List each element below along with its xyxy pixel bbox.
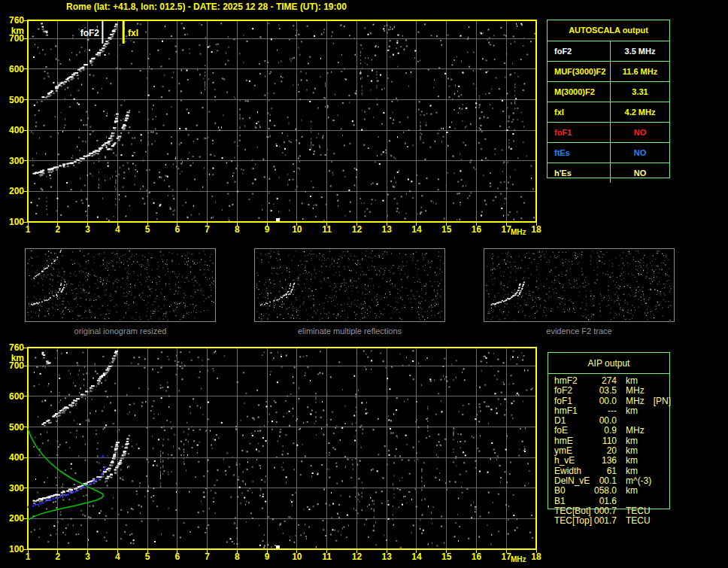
thumbnail-caption-1: original ionogram resized [25, 327, 216, 336]
x-tick-label: 18 [528, 225, 544, 234]
aip-row: hmF2274km [548, 376, 698, 386]
x-tick-label: 12 [348, 225, 365, 234]
x-tick-label: 8 [229, 225, 245, 234]
aip-unit: km [626, 466, 638, 476]
autoscala-row-label: ftEs [548, 143, 611, 163]
aip-label: foF1 [548, 396, 593, 406]
autoscala-row-label: foF1 [548, 123, 611, 142]
autoscala-table-header: AUTOSCALA output [548, 20, 669, 41]
y-tick-label: 600 [1, 65, 24, 74]
aip-unit: km [626, 486, 638, 496]
autoscala-row: ftEsNO [548, 143, 669, 163]
aip-value: 00.0 [593, 396, 617, 406]
aip-unit: km [626, 436, 638, 446]
x-tick-label: 16 [468, 552, 484, 561]
aip-label: TEC[Bot] [548, 506, 593, 516]
aip-unit: km [626, 446, 638, 456]
aip-table-header: AIP output [548, 353, 669, 374]
aip-extra: [PN] [654, 396, 671, 406]
aip-label: D1 [548, 416, 593, 426]
aip-value: 274 [593, 376, 617, 386]
ionogram-trace [33, 114, 119, 176]
aip-value: 20 [593, 446, 617, 456]
y-tick-label: 600 [1, 392, 24, 401]
aip-unit: km [626, 376, 638, 386]
aip-row: foF100.0MHz[PN] [548, 396, 698, 406]
y-tick-label: 500 [1, 423, 24, 432]
autoscala-row-label: M(3000)F2 [548, 82, 611, 102]
aip-unit: m^(-3) [626, 476, 651, 486]
aip-row: foE0.9MHz [548, 426, 698, 436]
x-tick-label: 16 [468, 225, 484, 234]
x-axis-unit: MHz [511, 228, 526, 237]
autoscala-row-label: fxI [548, 102, 611, 122]
x-tick-label: 4 [109, 225, 126, 234]
ionogram-trace [107, 111, 130, 150]
y-tick-label: 400 [1, 126, 24, 135]
autoscala-row: MUF(3000)F211.6 MHz [548, 62, 669, 82]
aip-value: 0.9 [593, 426, 617, 436]
aip-unit: km [626, 406, 638, 416]
x-tick-label: 14 [408, 225, 425, 234]
aip-row: h_vE136km [548, 456, 698, 466]
autoscala-row-value: 3.5 MHz [611, 41, 669, 61]
autoscala-row: fxI4.2 MHz [548, 102, 669, 123]
x-axis-unit: MHz [511, 555, 526, 564]
x-tick-label: 12 [348, 552, 365, 561]
aip-unit: MHz [626, 396, 645, 406]
aip-value: 01.6 [593, 497, 617, 506]
y-tick-label: 100 [1, 217, 24, 226]
y-tick-label: 300 [1, 156, 24, 166]
aip-value: 03.5 [593, 386, 617, 396]
aip-label: foF2 [548, 386, 593, 396]
x-tick-label: 14 [408, 552, 425, 561]
plot-frame [23, 20, 536, 226]
autoscala-row-label: MUF(3000)F2 [548, 62, 611, 81]
y-tick-label: 200 [1, 187, 24, 196]
autoscala-row-label: foF2 [548, 41, 611, 61]
x-tick-label: 9 [259, 552, 275, 561]
autoscala-row-value: 11.6 MHz [611, 62, 669, 81]
thumbnail-ionogram [26, 249, 216, 322]
aip-value: 136 [593, 456, 617, 466]
aip-unit: km [626, 456, 638, 466]
x-tick-label: 13 [378, 552, 395, 561]
x-tick-label: 18 [528, 552, 544, 561]
aip-label: Ewidth [548, 466, 593, 476]
aip-label: B0 [548, 486, 593, 496]
aip-row: TEC[Bot]000.7TECU [548, 506, 698, 516]
aip-row: D100.0 [548, 416, 698, 426]
x-tick-label: 2 [50, 552, 66, 561]
autoscala-row: foF1NO [548, 123, 669, 143]
thumbnail-caption-3: evidence F2 trace [484, 327, 675, 336]
y-tick-label: 500 [1, 96, 24, 105]
y-tick-label: 760 [1, 343, 24, 352]
x-tick-label: 15 [438, 225, 455, 234]
aip-label: ymE [548, 446, 593, 456]
autoscala-row: h'EsNO [548, 163, 669, 183]
y-tick-label: 760 [1, 16, 24, 25]
aip-value: 00.1 [593, 476, 617, 486]
x-tick-label: 11 [319, 225, 335, 234]
y-tick-label: 200 [1, 514, 24, 523]
aip-value: 110 [593, 436, 617, 446]
aip-row: Ewidth61km [548, 466, 698, 476]
autoscala-row-value: NO [611, 163, 669, 183]
x-tick-label: 3 [80, 552, 96, 561]
x-tick-label: 9 [259, 225, 275, 234]
autoscala-table-rows: foF23.5 MHzMUF(3000)F211.6 MHzM(3000)F23… [548, 41, 669, 183]
autoscala-row-value: 4.2 MHz [611, 102, 669, 122]
y-tick-label: 400 [1, 453, 24, 462]
y-tick-label: 300 [1, 484, 24, 493]
aip-label: hmF2 [548, 376, 593, 386]
aip-value: 000.7 [593, 506, 617, 516]
foF2-marker-label: foF2 [74, 29, 99, 38]
thumbnail-ionogram [484, 249, 675, 322]
page-title: Rome (lat: +41.8, lon: 012.5) - DATE: 20… [66, 2, 347, 12]
x-tick-label: 5 [139, 225, 156, 234]
aip-unit: TECU [626, 516, 651, 526]
x-tick-label: 15 [438, 552, 455, 561]
aip-row: DelN_vE00.1m^(-3) [548, 476, 698, 486]
aip-label: hmF1 [548, 406, 593, 416]
aip-row: B0058.0km [548, 486, 698, 496]
